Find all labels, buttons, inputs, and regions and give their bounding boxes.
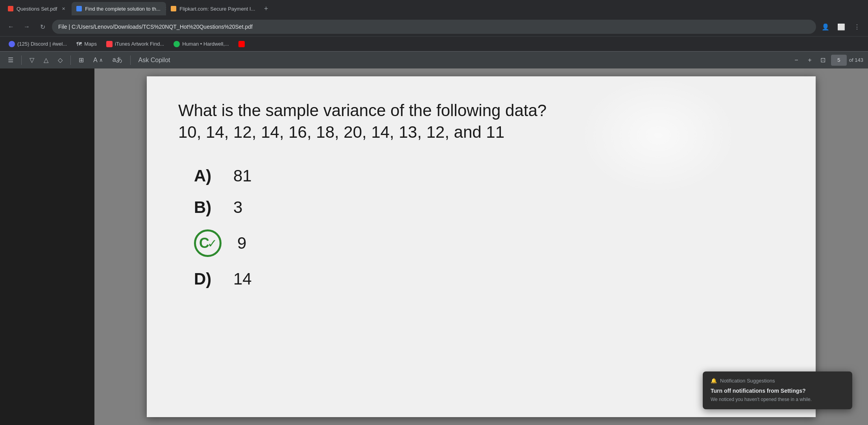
bookmark-itunes-label: iTunes Artwork Find... bbox=[115, 41, 164, 47]
current-page-input[interactable] bbox=[831, 55, 847, 66]
option-a-value: 81 bbox=[233, 166, 252, 185]
option-d-label: D) bbox=[194, 270, 218, 288]
filter-up-button[interactable]: △ bbox=[41, 55, 52, 65]
option-d: D) 14 bbox=[194, 270, 784, 288]
options-container: A) 81 B) 3 9 D) 14 bbox=[194, 166, 784, 288]
bookmark-human-hardwell[interactable]: Human • Hardwell,... bbox=[170, 39, 233, 49]
tab-flipkart-close[interactable]: ✕ bbox=[259, 6, 261, 12]
tab-find-solution-label: Find the complete solution to th... bbox=[85, 6, 161, 12]
tab-find-solution[interactable]: Find the complete solution to th... ✕ bbox=[72, 2, 166, 15]
browser-chrome: Questions Set.pdf ✕ Find the complete so… bbox=[0, 0, 868, 68]
account-icon[interactable]: 👤 bbox=[819, 20, 832, 33]
bookmark-discord-label: (125) Discord | #wel... bbox=[17, 41, 67, 47]
text-box-button[interactable]: ⊞ bbox=[76, 55, 87, 65]
forward-button[interactable]: → bbox=[20, 20, 33, 33]
bookmark-youtube[interactable] bbox=[235, 39, 249, 49]
tab-flipkart-favicon bbox=[171, 6, 176, 11]
tab-pdf-label: Questions Set.pdf bbox=[17, 6, 57, 12]
notification-header-text: Notification Suggestions bbox=[720, 378, 775, 384]
bookmark-maps[interactable]: 🗺 Maps bbox=[72, 39, 101, 49]
spotify-icon bbox=[174, 41, 180, 47]
reload-button[interactable]: ↻ bbox=[36, 20, 49, 33]
tab-flipkart-label: Flipkart.com: Secure Payment I... bbox=[179, 6, 255, 12]
option-a-label: A) bbox=[194, 166, 218, 185]
tab-pdf-favicon bbox=[8, 6, 13, 11]
tab-pdf[interactable]: Questions Set.pdf ✕ bbox=[3, 2, 72, 15]
toolbar-separator-3 bbox=[130, 55, 131, 65]
pdf-page-control: − + ⊡ of 143 bbox=[791, 55, 863, 66]
maps-icon: 🗺 bbox=[76, 41, 82, 47]
notification-title: Turn off notifications from Settings? bbox=[711, 388, 844, 394]
option-c-value: 9 bbox=[237, 234, 246, 253]
list-tool-button[interactable]: ☰ bbox=[5, 55, 17, 65]
eraser-button[interactable]: ◇ bbox=[55, 55, 66, 65]
option-d-value: 14 bbox=[233, 270, 252, 288]
option-a: A) 81 bbox=[194, 166, 784, 185]
notification-popup: 🔔 Notification Suggestions Turn off noti… bbox=[703, 371, 852, 409]
extensions-icon[interactable]: ⬜ bbox=[835, 20, 848, 33]
toolbar-separator-1 bbox=[21, 55, 22, 65]
bookmark-itunes[interactable]: iTunes Artwork Find... bbox=[102, 39, 168, 49]
discord-icon bbox=[9, 41, 15, 47]
bookmark-human-hardwell-label: Human • Hardwell,... bbox=[182, 41, 229, 47]
option-b-value: 3 bbox=[233, 198, 242, 217]
tab-bar: Questions Set.pdf ✕ Find the complete so… bbox=[0, 0, 868, 17]
zoom-plus-button[interactable]: + bbox=[804, 55, 815, 66]
ask-copilot-button[interactable]: Ask Copilot bbox=[135, 55, 174, 65]
zoom-minus-button[interactable]: − bbox=[791, 55, 802, 66]
tab-search-favicon bbox=[76, 6, 82, 11]
itunes-icon bbox=[106, 41, 113, 47]
address-bar: ← → ↻ 👤 ⬜ ⋮ bbox=[0, 17, 868, 36]
toolbar-separator-2 bbox=[70, 55, 71, 65]
add-tab-button[interactable]: + bbox=[260, 3, 271, 14]
address-input[interactable] bbox=[52, 20, 816, 34]
total-pages-label: of 143 bbox=[849, 57, 863, 63]
notification-header: 🔔 Notification Suggestions bbox=[711, 378, 844, 384]
back-button[interactable]: ← bbox=[5, 20, 17, 33]
notification-icon: 🔔 bbox=[711, 378, 717, 384]
more-options-icon[interactable]: ⋮ bbox=[851, 20, 863, 33]
tab-pdf-close[interactable]: ✕ bbox=[60, 6, 67, 12]
bookmark-maps-label: Maps bbox=[84, 41, 97, 47]
pdf-toolbar: ☰ ▽ △ ◇ ⊞ A∧ aあ Ask Copilot − + ⊡ of 143 bbox=[0, 51, 868, 68]
option-b: B) 3 bbox=[194, 198, 784, 217]
option-b-label: B) bbox=[194, 198, 218, 217]
browser-icons: 👤 ⬜ ⋮ bbox=[819, 20, 863, 33]
ask-copilot-label: Ask Copilot bbox=[139, 57, 170, 64]
youtube-icon bbox=[238, 41, 245, 47]
translate-button[interactable]: aあ bbox=[109, 54, 126, 66]
bookmark-discord[interactable]: (125) Discord | #wel... bbox=[5, 39, 71, 49]
notification-body: We noticed you haven't opened these in a… bbox=[711, 396, 844, 403]
bookmarks-bar: (125) Discord | #wel... 🗺 Maps iTunes Ar… bbox=[0, 36, 868, 51]
text-size-button[interactable]: A∧ bbox=[90, 55, 106, 65]
option-c: 9 bbox=[194, 229, 784, 257]
fit-page-button[interactable]: ⊡ bbox=[818, 55, 829, 66]
pdf-page: What is the sample variance of the follo… bbox=[147, 76, 816, 417]
left-sidebar bbox=[0, 68, 94, 425]
question-text: What is the sample variance of the follo… bbox=[178, 100, 784, 143]
tab-flipkart[interactable]: Flipkart.com: Secure Payment I... ✕ bbox=[166, 2, 260, 15]
correct-answer-indicator bbox=[194, 229, 222, 257]
filter-down-button[interactable]: ▽ bbox=[26, 55, 37, 65]
